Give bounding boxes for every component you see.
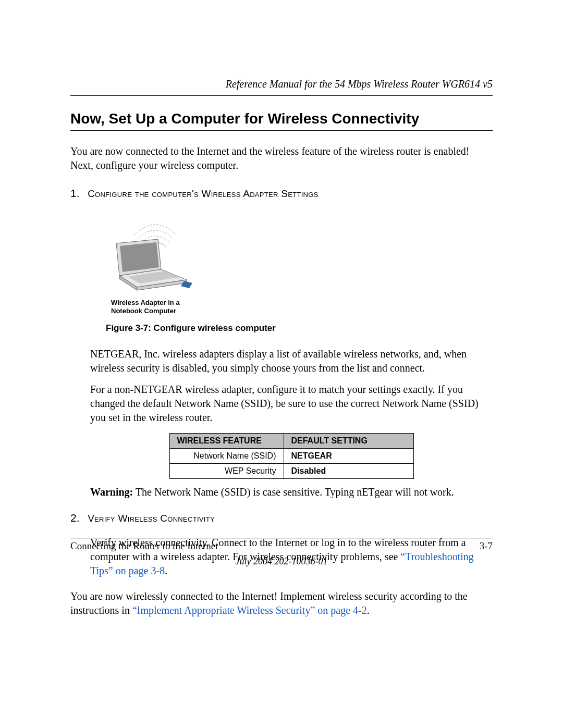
closing-post: . [367, 604, 370, 616]
step-1-heading: 1. Configure the computer's Wireless Ada… [70, 187, 493, 200]
settings-table-wrap: Wireless Feature Default Setting Network… [90, 433, 493, 479]
security-link[interactable]: “Implement Appropriate Wireless Security… [132, 604, 367, 616]
figure-subcaption: Wireless Adapter in a Notebook Computer [111, 299, 493, 316]
step-2-cap: V [88, 513, 94, 524]
footer-date: July 2004 202-10036-01 [70, 556, 493, 567]
figure-caption: Figure 3-7: Configure wireless computer [106, 323, 493, 334]
figure-3-7: Wireless Adapter in a Notebook Computer … [106, 218, 493, 334]
td-wep-label: WEP Security [169, 463, 284, 478]
running-head: Reference Manual for the 54 Mbps Wireles… [70, 78, 493, 96]
th-default: Default Setting [284, 433, 413, 448]
table-header-row: Wireless Feature Default Setting [169, 433, 413, 448]
table-row: Network Name (SSID) NETGEAR [169, 448, 413, 463]
th-feature: Wireless Feature [169, 433, 284, 448]
svg-marker-1 [120, 242, 159, 272]
step-2-heading: 2. Verify Wireless Connectivity [70, 512, 493, 524]
td-ssid-value: NETGEAR [284, 448, 413, 463]
step-1-cap: C [88, 188, 95, 199]
figure-subcaption-l1: Wireless Adapter in a [111, 299, 180, 306]
page-footer: Connecting the Router to the Internet 3-… [70, 538, 493, 567]
footer-rule [70, 538, 493, 538]
figure-subcaption-l2: Notebook Computer [111, 307, 176, 315]
settings-table: Wireless Feature Default Setting Network… [169, 433, 414, 479]
intro-paragraph: You are now connected to the Internet an… [70, 144, 493, 172]
table-row: WEP Security Disabled [169, 463, 413, 478]
warning-label: Warning: [90, 486, 133, 498]
step-2-number: 2. [70, 512, 80, 524]
step-2-rest: erify Wireless Connectivity [94, 513, 215, 524]
warning-paragraph: Warning: The Network Name (SSID) is case… [90, 485, 493, 499]
closing-paragraph: You are now wirelessly connected to the … [70, 589, 493, 618]
page: Reference Manual for the 54 Mbps Wireles… [0, 0, 563, 728]
page-number: 3-7 [480, 540, 493, 552]
step1-para1: NETGEAR, Inc. wireless adapters display … [90, 347, 493, 375]
td-ssid-label: Network Name (SSID) [169, 448, 284, 463]
step1-para2: For a non-NETGEAR wireless adapter, conf… [90, 382, 493, 425]
footer-left: Connecting the Router to the Internet [70, 540, 218, 552]
warning-text: The Network Name (SSID) is case sensitiv… [133, 486, 454, 498]
laptop-wireless-icon [106, 218, 194, 297]
step-1-number: 1. [70, 187, 80, 199]
section-title: Now, Set Up a Computer for Wireless Conn… [70, 110, 493, 131]
step-1-rest: onfigure the computer's Wireless Adapter… [95, 188, 319, 199]
td-wep-value: Disabled [284, 463, 413, 478]
